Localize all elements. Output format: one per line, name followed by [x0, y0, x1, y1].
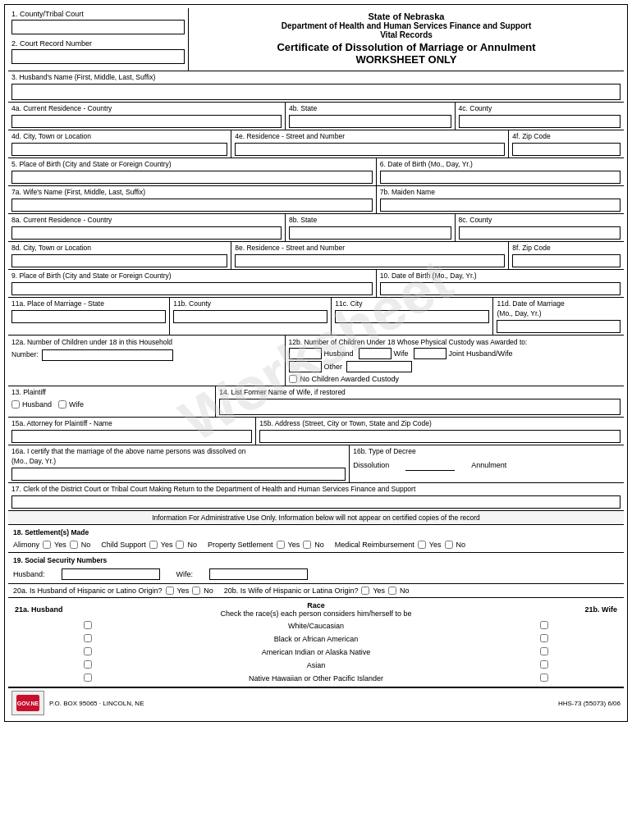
f11a-label: 11a. Place of Marriage - State	[11, 299, 166, 308]
f4e-label: 4e. Residence - Street and Number	[235, 132, 505, 140]
f7a-input[interactable]	[11, 199, 373, 212]
f4b-input[interactable]	[289, 115, 451, 128]
custody-joint-input[interactable]	[414, 348, 447, 359]
f8a-input[interactable]	[11, 226, 282, 240]
race2-husband-cb[interactable]	[84, 634, 92, 642]
f4d-label: 4d. City, Town or Location	[11, 132, 227, 140]
f4d-input[interactable]	[11, 143, 227, 156]
f20b-yes-cb[interactable]	[361, 587, 369, 595]
custody-wife-input[interactable]	[359, 348, 392, 359]
f18-no4: No	[456, 541, 466, 549]
f8c-input[interactable]	[459, 226, 621, 240]
custody-none-checkbox[interactable]	[289, 375, 297, 383]
custody-other-input[interactable]	[289, 361, 322, 372]
f20b-no-cb[interactable]	[388, 587, 396, 595]
f16a-sub: (Mo., Day, Yr.)	[11, 457, 346, 465]
f16b-dissolution: Dissolution	[353, 461, 389, 469]
f4c-label: 4c. County	[459, 104, 621, 112]
f19-label: 19. Social Security Numbers	[13, 556, 619, 564]
f7b-input[interactable]	[380, 199, 621, 212]
f9-input[interactable]	[11, 282, 373, 295]
f4c-input[interactable]	[459, 115, 621, 128]
f10-input[interactable]	[380, 282, 621, 295]
state-name: State of Nebraska	[195, 11, 617, 21]
f8d-input[interactable]	[11, 254, 227, 267]
f17-input[interactable]	[11, 495, 621, 509]
f15a-input[interactable]	[11, 430, 252, 443]
f5-input[interactable]	[11, 171, 373, 184]
row-11: 11a. Place of Marriage - State 11b. Coun…	[8, 298, 624, 336]
race-section: 21a. Husband Race Check the race(s) each…	[8, 598, 624, 687]
f4e-input[interactable]	[235, 143, 505, 156]
race-header: Race	[167, 601, 465, 609]
f8b-input[interactable]	[289, 226, 451, 240]
f8b-label: 8b. State	[289, 216, 451, 224]
race5-label: Native Hawaiian or Other Pacific Islande…	[164, 672, 469, 685]
f19-wife-input[interactable]	[209, 568, 308, 580]
county-court-input[interactable]	[11, 20, 185, 34]
f15b-input[interactable]	[259, 430, 621, 443]
dept-name: Department of Health and Human Services …	[195, 21, 617, 30]
f14-label: 14. List Former Name of Wife, if restore…	[219, 388, 621, 396]
f18-alimony: Alimony	[13, 541, 39, 549]
header-right: State of Nebraska Department of Health a…	[189, 8, 624, 71]
f16a-input[interactable]	[11, 468, 346, 481]
f16b-dissolution-input[interactable]	[405, 459, 455, 471]
f13-wife-label: Wife	[69, 400, 84, 409]
f6-input[interactable]	[380, 171, 621, 184]
row-1314: 13. Plaintiff Husband Wife 14. List Form…	[8, 386, 624, 418]
f12a-label: 12a. Number of Children under 18 in this…	[11, 338, 282, 346]
f12a-input[interactable]	[42, 349, 173, 361]
race1-label: White/Caucasian	[164, 619, 469, 632]
f18-prop-no-cb[interactable]	[303, 541, 311, 549]
f18-med-yes-cb[interactable]	[418, 541, 426, 549]
race1-husband-cb[interactable]	[84, 621, 92, 629]
f13-wife-cb[interactable]	[58, 400, 66, 409]
f18-alimony-no-cb[interactable]	[70, 541, 78, 549]
f11a-input[interactable]	[11, 310, 166, 323]
race5-husband-cb[interactable]	[84, 673, 92, 682]
f18-prop-yes-cb[interactable]	[277, 541, 285, 549]
admin-notice: Information For Administrative Use Only.…	[8, 511, 624, 525]
vital-records: Vital Records	[195, 30, 617, 39]
f11c-input[interactable]	[335, 310, 489, 323]
race3-wife-cb[interactable]	[540, 647, 548, 655]
f11d-input[interactable]	[497, 320, 621, 333]
f18-child-yes-cb[interactable]	[149, 541, 158, 549]
custody-other-text[interactable]	[346, 361, 412, 372]
f8f-input[interactable]	[512, 254, 621, 267]
f4a-input[interactable]	[11, 115, 282, 128]
f18-child-no-cb[interactable]	[176, 541, 184, 549]
f20b-yes: Yes	[373, 587, 385, 595]
race1-wife-cb[interactable]	[540, 621, 548, 629]
race5-wife-cb[interactable]	[540, 673, 548, 682]
f8f-label: 8f. Zip Code	[512, 244, 621, 252]
f20a-yes-cb[interactable]	[166, 587, 174, 595]
f20a-no-cb[interactable]	[192, 587, 200, 595]
race3-husband-cb[interactable]	[84, 647, 92, 655]
f11b-input[interactable]	[173, 310, 327, 323]
f4f-label: 4f. Zip Code	[512, 132, 621, 140]
f21a-header: 21a. Husband	[11, 600, 164, 619]
f14-input[interactable]	[219, 399, 621, 415]
f7b-label: 7b. Maiden Name	[380, 188, 621, 196]
f4f-input[interactable]	[512, 143, 621, 156]
f15a-label: 15a. Attorney for Plaintiff - Name	[11, 419, 252, 427]
custody-none-label: No Children Awarded Custody	[300, 375, 399, 383]
f18-med-no-cb[interactable]	[445, 541, 453, 549]
court-record-input[interactable]	[11, 49, 185, 64]
f8e-input[interactable]	[235, 254, 505, 267]
race2-wife-cb[interactable]	[540, 634, 548, 642]
f13-husband-cb[interactable]	[11, 400, 20, 409]
f18-alimony-yes-cb[interactable]	[43, 541, 51, 549]
f7a-label: 7a. Wife's Name (First, Middle, Last, Su…	[11, 188, 373, 196]
custody-husband-input[interactable]	[289, 348, 322, 359]
row-18: 18. Settlement(s) Made Alimony Yes No Ch…	[8, 525, 624, 553]
header-left: 1. County/Tribal Court 2. Court Record N…	[8, 8, 189, 71]
f3-input[interactable]	[11, 84, 621, 100]
f13-label: 13. Plaintiff	[11, 388, 212, 396]
race4-husband-cb[interactable]	[84, 660, 92, 669]
f19-husband-input[interactable]	[62, 568, 160, 580]
race4-wife-cb[interactable]	[540, 660, 548, 669]
f20b-no: No	[400, 587, 410, 595]
